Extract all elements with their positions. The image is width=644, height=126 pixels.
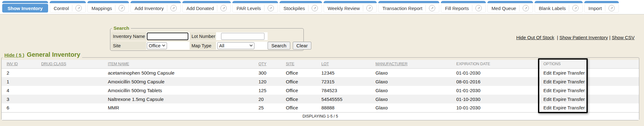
column-header-lot[interactable]: LOT [316,60,370,68]
tab-icon-wrap: ↗ [519,5,529,11]
tab-weekly-review[interactable]: Weekly Review ↗ [324,1,377,13]
tab-label: Add Donated [186,6,214,11]
inventory-name-input[interactable] [147,33,188,40]
external-link-icon[interactable]: ↗ [170,5,177,11]
item-name-cell: Amoxicillin 500mg Tablets [103,86,253,95]
table-row: 2acetaminophen 500mg Capsule300Office123… [2,68,639,77]
external-link-icon[interactable]: ↗ [366,5,373,11]
external-link-icon[interactable]: ↗ [220,5,227,11]
search-button[interactable]: Search [268,42,290,50]
lot-number-input[interactable] [221,33,264,40]
transfer-link[interactable]: Transfer [567,88,585,93]
transfer-link[interactable]: Transfer [567,79,585,84]
lot-cell: 12345 [316,68,370,77]
hide-out-of-stock-link[interactable]: Hide Out Of Stock [516,35,554,40]
site-cell: Office [281,103,316,112]
expire-link[interactable]: Expire [553,79,566,84]
map-type-cell: All [216,42,268,50]
tab-par-levels[interactable]: PAR Levels ↗ [232,1,278,13]
tab-label: Import [588,6,602,11]
lot-cell: 54545555 [316,95,370,103]
item-name-cell: MMR [103,103,253,112]
tab-add-inventory[interactable]: Add Inventory ↗ [130,1,181,13]
external-link-icon[interactable]: ↗ [268,5,274,11]
show-patient-inventory-link[interactable]: Show Patient Inventory [559,35,608,40]
tab-mappings[interactable]: Mappings ↗ [87,1,129,13]
edit-link[interactable]: Edit [543,97,552,102]
tab-stockpiles[interactable]: Stockpiles ↗ [280,1,322,13]
tab-add-donated[interactable]: Add Donated ↗ [182,1,231,13]
tab-label: Show Inventory [8,6,43,11]
external-link-icon[interactable]: ↗ [75,5,82,11]
tab-blank-labels[interactable]: Blank Labels ↗ [535,1,583,13]
options-cell: Edit Expire Transfer [538,95,589,103]
tab-med-queue[interactable]: Med Queue ↗ [487,1,533,13]
show-csv-link[interactable]: Show CSV [612,35,635,40]
transfer-link[interactable]: Transfer [567,97,585,102]
item-name-cell: Amoxicillin 500mg Capsule [103,77,253,86]
tab-cap [584,1,619,3]
map-type-select-value: All [219,43,224,48]
external-link-icon[interactable]: ↗ [572,5,579,11]
tab-label: Add Inventory [135,6,164,11]
item-name-cell: acetaminophen 500mg Capsule [103,68,253,77]
tab-list: Show Inventory Control ↗ Mappings ↗ Add … [0,0,644,13]
column-header-expiration-date: EXPIRATION DATE [451,60,538,68]
edit-link[interactable]: Edit [543,88,552,93]
tab-cap [232,1,278,3]
external-link-icon[interactable]: ↗ [475,5,482,11]
lot-cell: 72315 [316,77,370,86]
tab-import[interactable]: Import ↗ [584,1,619,13]
tab-transaction-report[interactable]: Transaction Report ↗ [378,1,439,13]
tab-cap [182,1,231,3]
inv-id-cell: 2 [2,68,36,77]
search-grid: Inventory Name Lot Number Site Office Ma… [111,32,302,50]
expire-link[interactable]: Expire [553,105,566,110]
hide-count-link[interactable]: Hide ( 5 ) [4,52,24,58]
column-header-site[interactable]: SITE [281,60,316,68]
tab-fill-reports[interactable]: Fill Reports ↗ [441,1,486,13]
tab-label: Weekly Review [328,6,360,11]
manufacturer-cell: Glaxo [370,103,451,112]
external-link-icon[interactable]: ↗ [119,5,125,11]
column-header-qty[interactable]: QTY [253,60,281,68]
expiration-date-cell: 01-01-2030 [451,68,538,77]
options-cell: Edit Expire Transfer [538,103,589,112]
tab-show-inventory[interactable]: Show Inventory [2,1,48,13]
expiration-date-cell: 10-01-2030 [451,103,538,112]
edit-link[interactable]: Edit [543,70,552,76]
transfer-link[interactable]: Transfer [567,105,585,110]
drug-class-cell [36,95,103,103]
tab-label: Med Queue [491,6,516,11]
edit-link[interactable]: Edit [543,79,552,84]
external-link-icon[interactable]: ↗ [312,5,318,11]
clear-button[interactable]: Clear [293,42,312,50]
transfer-link[interactable]: Transfer [567,70,585,76]
manufacturer-cell: Glaxo [370,86,451,95]
tab-label: Stockpiles [284,6,305,11]
site-cell: Office [146,42,190,50]
site-select[interactable]: Office [147,42,167,49]
tab-cap [535,1,583,3]
column-header-drug-class[interactable]: DRUG CLASS [36,60,103,68]
map-type-select[interactable]: All [217,42,254,49]
tab-label: Control [54,6,69,11]
expire-link[interactable]: Expire [553,97,566,102]
column-header-manufacturer[interactable]: MANUFACTURER [370,60,451,68]
external-link-icon[interactable]: ↗ [523,5,529,11]
external-link-icon[interactable]: ↗ [429,5,435,11]
column-header-inv-id[interactable]: INV ID [2,60,36,68]
inventory-fieldset: INV IDDRUG CLASSITEM NAMEQTYSITELOTMANUF… [1,57,639,120]
column-header-item-name[interactable]: ITEM NAME [103,60,253,68]
lot-number-label: Lot Number [190,32,216,40]
tab-control[interactable]: Control ↗ [50,1,86,13]
inv-id-cell: 1 [2,77,36,86]
table-row: 6MMR25Office88888Glaxo10-01-2030Edit Exp… [2,103,639,112]
tab-cap [324,1,377,3]
expire-link[interactable]: Expire [553,88,566,93]
edit-link[interactable]: Edit [543,105,552,110]
drug-class-cell [36,86,103,95]
external-link-icon[interactable]: ↗ [608,5,615,11]
expire-link[interactable]: Expire [553,70,566,76]
tab-label: Blank Labels [539,6,566,11]
